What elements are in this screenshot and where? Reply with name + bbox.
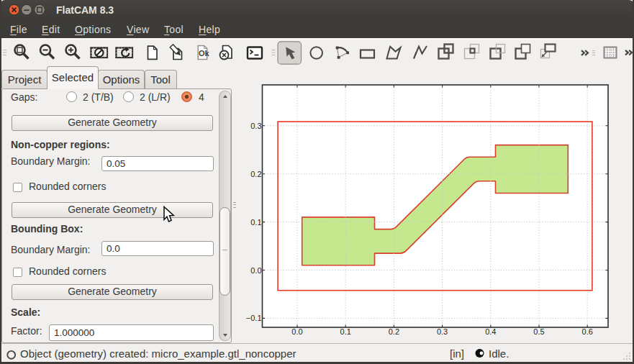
svg-text:0.2: 0.2 (389, 327, 399, 336)
svg-text:0.5: 0.5 (533, 327, 544, 336)
svg-text:0.1: 0.1 (340, 327, 351, 336)
svg-text:0.0: 0.0 (291, 327, 302, 336)
svg-text:0.1: 0.1 (250, 218, 261, 227)
svg-text:Ok: Ok (199, 49, 210, 58)
svg-text:0.6: 0.6 (582, 327, 593, 336)
svg-text:0.3: 0.3 (250, 122, 261, 130)
svg-text:−0.1: −0.1 (246, 314, 262, 322)
svg-text:0.0: 0.0 (250, 266, 261, 275)
svg-text:0.2: 0.2 (250, 170, 261, 178)
svg-text:0.4: 0.4 (485, 327, 496, 336)
svg-text:0.3: 0.3 (437, 327, 448, 336)
